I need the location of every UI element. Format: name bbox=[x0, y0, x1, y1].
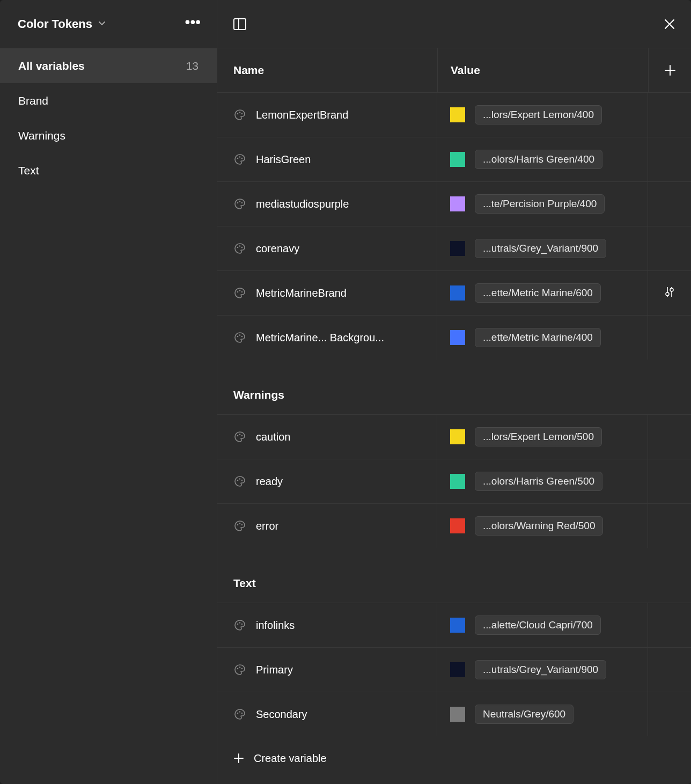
sidebar-list: All variables13BrandWarningsText bbox=[0, 48, 217, 188]
variable-name: caution bbox=[256, 431, 291, 443]
cell-value[interactable]: ...utrals/Grey_Variant/900 bbox=[437, 648, 648, 692]
cell-value[interactable]: ...lors/Expert Lemon/400 bbox=[437, 93, 648, 137]
sidebar-item-brand[interactable]: Brand bbox=[0, 83, 217, 118]
cell-value[interactable]: ...olors/Warning Red/500 bbox=[437, 504, 648, 548]
variable-name: ready bbox=[256, 475, 283, 488]
sidebar-item-all-variables[interactable]: All variables13 bbox=[0, 48, 217, 83]
svg-point-7 bbox=[241, 158, 243, 159]
palette-icon bbox=[233, 619, 246, 632]
sidebar-item-warnings[interactable]: Warnings bbox=[0, 118, 217, 153]
cell-name[interactable]: corenavy bbox=[217, 226, 437, 270]
cell-value[interactable]: ...ette/Metric Marine/400 bbox=[437, 316, 648, 360]
table-row[interactable]: Primary...utrals/Grey_Variant/900 bbox=[217, 647, 691, 692]
cell-name[interactable]: caution bbox=[217, 415, 437, 459]
color-swatch bbox=[450, 241, 465, 256]
cell-value[interactable]: ...olors/Harris Green/400 bbox=[437, 137, 648, 181]
cell-value[interactable]: ...ette/Metric Marine/600 bbox=[437, 271, 648, 315]
color-swatch bbox=[450, 330, 465, 345]
svg-point-6 bbox=[239, 156, 241, 158]
value-pill[interactable]: Neutrals/Grey/600 bbox=[475, 705, 574, 724]
table-row[interactable]: MetricMarine... Backgrou......ette/Metri… bbox=[217, 315, 691, 360]
color-swatch bbox=[450, 429, 465, 444]
table-row[interactable]: MetricMarineBrand...ette/Metric Marine/6… bbox=[217, 270, 691, 315]
svg-point-13 bbox=[241, 247, 243, 248]
close-icon[interactable] bbox=[663, 18, 676, 31]
palette-icon bbox=[233, 331, 246, 344]
value-pill[interactable]: ...lors/Expert Lemon/500 bbox=[475, 427, 602, 446]
cell-action bbox=[648, 316, 691, 360]
table-row[interactable]: HarisGreen...olors/Harris Green/400 bbox=[217, 137, 691, 181]
svg-point-30 bbox=[237, 524, 239, 526]
collection-switcher[interactable]: Color Tokens bbox=[18, 17, 106, 31]
svg-point-31 bbox=[239, 523, 241, 524]
cell-value[interactable]: ...te/Percision Purple/400 bbox=[437, 182, 648, 226]
create-variable-button[interactable]: Create variable bbox=[217, 736, 691, 780]
value-pill[interactable]: ...olors/Warning Red/500 bbox=[475, 516, 603, 536]
cell-value[interactable]: Neutrals/Grey/600 bbox=[437, 692, 648, 736]
cell-name[interactable]: MetricMarine... Backgrou... bbox=[217, 316, 437, 360]
cell-value[interactable]: ...utrals/Grey_Variant/900 bbox=[437, 226, 648, 270]
cell-name[interactable]: LemonExpertBrand bbox=[217, 93, 437, 137]
cell-action bbox=[648, 692, 691, 736]
cell-action[interactable] bbox=[648, 271, 691, 315]
palette-icon bbox=[233, 663, 246, 676]
svg-point-5 bbox=[237, 158, 239, 159]
palette-icon bbox=[233, 153, 246, 166]
sidebar-item-text[interactable]: Text bbox=[0, 153, 217, 188]
value-pill[interactable]: ...olors/Harris Green/500 bbox=[475, 472, 602, 491]
svg-point-3 bbox=[239, 112, 241, 113]
cell-action bbox=[648, 648, 691, 692]
cell-name[interactable]: Primary bbox=[217, 648, 437, 692]
main: Name Value LemonExpertBrand...lors/Exper… bbox=[217, 0, 691, 784]
cell-name[interactable]: HarisGreen bbox=[217, 137, 437, 181]
sidebar-item-label: Brand bbox=[18, 94, 48, 107]
table-row[interactable]: mediastudiospurple...te/Percision Purple… bbox=[217, 181, 691, 226]
cell-name[interactable]: MetricMarineBrand bbox=[217, 271, 437, 315]
table-row[interactable]: infolinks...alette/Cloud Capri/700 bbox=[217, 603, 691, 647]
more-icon[interactable]: ••• bbox=[185, 13, 201, 35]
svg-point-34 bbox=[239, 622, 241, 624]
value-pill[interactable]: ...lors/Expert Lemon/400 bbox=[475, 105, 602, 124]
table-row[interactable]: ready...olors/Harris Green/500 bbox=[217, 459, 691, 503]
value-pill[interactable]: ...utrals/Grey_Variant/900 bbox=[475, 239, 606, 258]
value-pill[interactable]: ...alette/Cloud Capri/700 bbox=[475, 616, 601, 635]
color-swatch bbox=[450, 707, 465, 722]
value-pill[interactable]: ...ette/Metric Marine/600 bbox=[475, 283, 601, 303]
sliders-icon[interactable] bbox=[663, 285, 676, 301]
value-pill[interactable]: ...olors/Harris Green/400 bbox=[475, 150, 602, 169]
svg-point-20 bbox=[670, 288, 673, 291]
cell-value[interactable]: ...olors/Harris Green/500 bbox=[437, 459, 648, 503]
collection-title: Color Tokens bbox=[18, 17, 92, 31]
color-swatch bbox=[450, 285, 465, 301]
cell-name[interactable]: infolinks bbox=[217, 603, 437, 647]
svg-point-16 bbox=[241, 291, 243, 293]
palette-icon bbox=[233, 708, 246, 721]
sidebar-toggle-icon[interactable] bbox=[232, 17, 247, 32]
color-swatch bbox=[450, 618, 465, 633]
cell-name[interactable]: mediastudiospurple bbox=[217, 182, 437, 226]
cell-action bbox=[648, 182, 691, 226]
table-row[interactable]: error...olors/Warning Red/500 bbox=[217, 503, 691, 548]
value-pill[interactable]: ...te/Percision Purple/400 bbox=[475, 194, 605, 214]
svg-point-2 bbox=[237, 113, 239, 115]
cell-action bbox=[648, 226, 691, 270]
table-row[interactable]: caution...lors/Expert Lemon/500 bbox=[217, 414, 691, 459]
sidebar-header: Color Tokens ••• bbox=[0, 0, 217, 48]
cell-name[interactable]: Secondary bbox=[217, 692, 437, 736]
chevron-down-icon bbox=[98, 19, 106, 30]
main-header bbox=[217, 0, 691, 48]
value-pill[interactable]: ...utrals/Grey_Variant/900 bbox=[475, 660, 606, 679]
add-mode-button[interactable] bbox=[648, 48, 691, 92]
cell-name[interactable]: ready bbox=[217, 459, 437, 503]
column-header-value[interactable]: Value bbox=[437, 48, 648, 92]
cell-value[interactable]: ...lors/Expert Lemon/500 bbox=[437, 415, 648, 459]
cell-action bbox=[648, 459, 691, 503]
column-header-name[interactable]: Name bbox=[217, 48, 437, 92]
svg-point-35 bbox=[241, 624, 243, 625]
cell-name[interactable]: error bbox=[217, 504, 437, 548]
table-row[interactable]: SecondaryNeutrals/Grey/600 bbox=[217, 692, 691, 736]
value-pill[interactable]: ...ette/Metric Marine/400 bbox=[475, 328, 601, 347]
table-row[interactable]: corenavy...utrals/Grey_Variant/900 bbox=[217, 226, 691, 270]
cell-value[interactable]: ...alette/Cloud Capri/700 bbox=[437, 603, 648, 647]
table-row[interactable]: LemonExpertBrand...lors/Expert Lemon/400 bbox=[217, 92, 691, 137]
